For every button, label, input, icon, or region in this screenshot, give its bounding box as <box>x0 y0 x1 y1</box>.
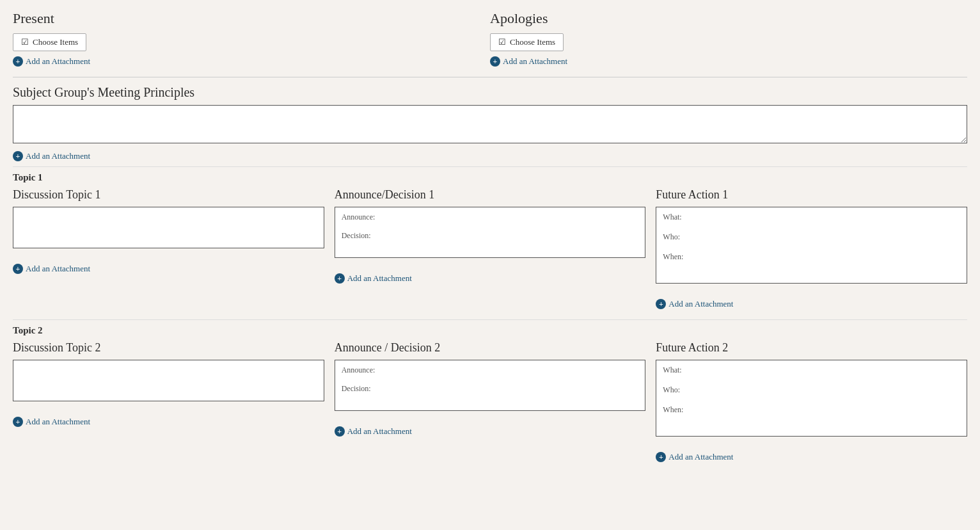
topic1-discussion-box[interactable] <box>13 207 324 248</box>
topic2-announce-title: Announce / Decision 2 <box>335 341 646 355</box>
apologies-choose-items-button[interactable]: ☑ Choose Items <box>490 33 564 51</box>
plus-circle-icon-t2d: + <box>13 417 23 427</box>
plus-circle-icon-mp: + <box>13 151 23 161</box>
topic2-future-action-box: What: Who: When: <box>656 360 967 437</box>
topic2-future-title: Future Action 2 <box>656 341 967 355</box>
topic2-who-label: Who: <box>663 385 960 395</box>
topic2-announce-add-attachment-label: Add an Attachment <box>347 426 412 437</box>
topic1-announce-add-attachment-label: Add an Attachment <box>347 273 412 284</box>
apologies-choose-items-label: Choose Items <box>510 37 555 47</box>
topic2-discussion-add-attachment[interactable]: + Add an Attachment <box>13 417 90 427</box>
topic1-section: Topic 1 Discussion Topic 1 + Add an Atta… <box>13 166 967 309</box>
topic1-label: Topic 1 <box>13 166 967 186</box>
topic1-announce-add-attachment[interactable]: + Add an Attachment <box>335 273 412 284</box>
topic2-section: Topic 2 Discussion Topic 2 + Add an Atta… <box>13 319 967 462</box>
topic1-future-title: Future Action 1 <box>656 188 967 202</box>
topic1-announce-decision-box: Announce: Decision: <box>335 207 646 258</box>
plus-circle-icon-t1d: + <box>13 264 23 274</box>
topic1-future-col: Future Action 1 What: Who: When: + Add a… <box>656 188 967 309</box>
topic2-future-col: Future Action 2 What: Who: When: + Add a… <box>656 341 967 462</box>
topic1-announce-title: Announce/Decision 1 <box>335 188 646 202</box>
topic2-discussion-col: Discussion Topic 2 + Add an Attachment <box>13 341 335 462</box>
checkbox-icon: ☑ <box>21 37 29 47</box>
topic1-decision-label: Decision: <box>342 231 639 241</box>
topic2-discussion-title: Discussion Topic 2 <box>13 341 324 355</box>
meeting-principles-add-attachment-link[interactable]: + Add an Attachment <box>13 151 90 161</box>
topic1-future-add-attachment[interactable]: + Add an Attachment <box>656 299 733 309</box>
topic1-discussion-add-attachment-label: Add an Attachment <box>26 264 90 274</box>
topic2-announce-add-attachment[interactable]: + Add an Attachment <box>335 426 412 437</box>
topic1-future-action-box: What: Who: When: <box>656 207 967 284</box>
meeting-principles-title: Subject Group's Meeting Principles <box>13 85 967 100</box>
plus-circle-icon-apologies: + <box>490 56 500 67</box>
topic1-announce-col: Announce/Decision 1 Announce: Decision: … <box>335 188 656 309</box>
plus-circle-icon-t2f: + <box>656 452 666 462</box>
apologies-add-attachment-label: Add an Attachment <box>503 56 567 67</box>
topic2-discussion-add-attachment-label: Add an Attachment <box>26 417 90 427</box>
topic2-label: Topic 2 <box>13 319 967 339</box>
plus-circle-icon-t1f: + <box>656 299 666 309</box>
topic2-future-add-attachment[interactable]: + Add an Attachment <box>656 452 733 462</box>
meeting-principles-section: Subject Group's Meeting Principles + Add… <box>13 85 967 161</box>
topic1-announce-label: Announce: <box>342 213 639 222</box>
topic1-future-add-attachment-label: Add an Attachment <box>668 299 733 309</box>
topic2-when-label: When: <box>663 405 960 415</box>
topic2-announce-decision-box: Announce: Decision: <box>335 360 646 411</box>
present-choose-items-label: Choose Items <box>33 37 78 47</box>
topic1-discussion-title: Discussion Topic 1 <box>13 188 324 202</box>
topic2-decision-label: Decision: <box>342 384 639 394</box>
topic1-who-label: Who: <box>663 232 960 242</box>
checkbox-icon-apologies: ☑ <box>498 37 506 47</box>
plus-circle-icon-t1a: + <box>335 273 345 284</box>
topic1-columns: Discussion Topic 1 + Add an Attachment A… <box>13 188 967 309</box>
plus-circle-icon-t2a: + <box>335 426 345 437</box>
present-add-attachment-link[interactable]: + Add an Attachment <box>13 56 90 67</box>
topic1-when-label: When: <box>663 252 960 262</box>
topic2-announce-col: Announce / Decision 2 Announce: Decision… <box>335 341 656 462</box>
apologies-add-attachment-link[interactable]: + Add an Attachment <box>490 56 567 67</box>
topic1-what-label: What: <box>663 213 960 222</box>
meeting-principles-textarea[interactable] <box>13 105 967 143</box>
plus-circle-icon: + <box>13 56 23 67</box>
topic2-discussion-box[interactable] <box>13 360 324 401</box>
topic2-columns: Discussion Topic 2 + Add an Attachment A… <box>13 341 967 462</box>
present-title: Present <box>13 10 477 27</box>
divider-1 <box>13 77 967 77</box>
topic2-announce-label: Announce: <box>342 365 639 375</box>
meeting-principles-add-attachment-label: Add an Attachment <box>26 151 90 161</box>
apologies-title: Apologies <box>490 10 954 27</box>
topic1-discussion-add-attachment[interactable]: + Add an Attachment <box>13 264 90 274</box>
topic1-discussion-col: Discussion Topic 1 + Add an Attachment <box>13 188 335 309</box>
topic2-future-add-attachment-label: Add an Attachment <box>668 452 733 462</box>
topic2-what-label: What: <box>663 365 960 375</box>
present-add-attachment-label: Add an Attachment <box>26 56 90 67</box>
present-choose-items-button[interactable]: ☑ Choose Items <box>13 33 86 51</box>
